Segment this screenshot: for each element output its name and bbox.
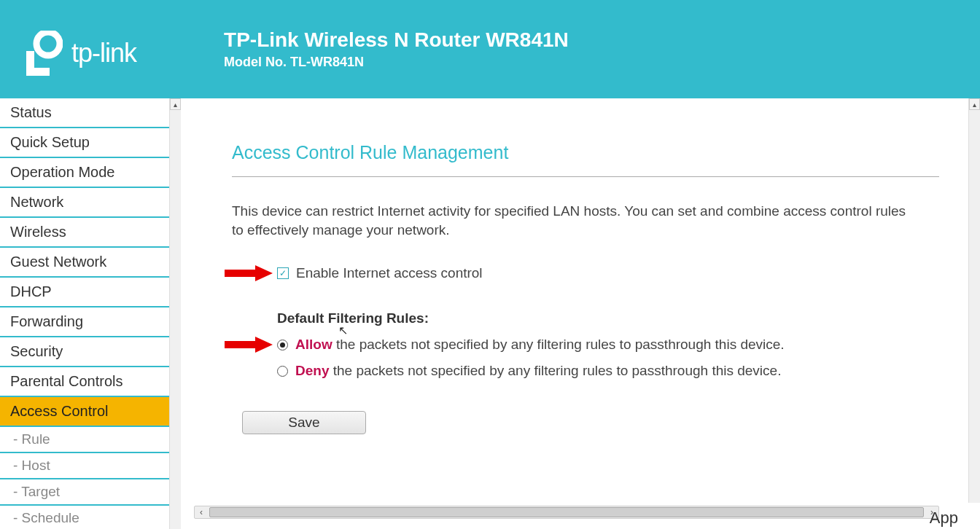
svg-marker-6: [255, 337, 273, 353]
page-description: This device can restrict Internet activi…: [232, 202, 917, 239]
sidebar-item-status[interactable]: Status: [0, 98, 169, 128]
deny-word: Deny: [295, 363, 329, 378]
sidebar-item-operation-mode[interactable]: Operation Mode: [0, 158, 169, 188]
allow-tail: the packets not specified by any filteri…: [332, 337, 785, 352]
content-vertical-scrollbar[interactable]: ▴: [968, 98, 980, 503]
scroll-up-icon[interactable]: ▴: [969, 98, 980, 110]
enable-label: Enable Internet access control: [296, 265, 483, 281]
sidebar-nav[interactable]: StatusQuick SetupOperation ModeNetworkWi…: [0, 98, 169, 529]
sidebar-subitem--target[interactable]: - Target: [0, 479, 169, 506]
content-horizontal-scrollbar[interactable]: ‹ ›: [194, 506, 939, 519]
sidebar-item-access-control[interactable]: Access Control: [0, 397, 169, 427]
svg-rect-2: [26, 68, 50, 76]
page-heading: Access Control Rule Management: [232, 142, 939, 163]
deny-radio-row[interactable]: Deny the packets not specified by any fi…: [277, 363, 939, 379]
sidebar-subitem--host[interactable]: - Host: [0, 453, 169, 479]
model-number: Model No. TL-WR841N: [224, 55, 569, 70]
save-button[interactable]: Save: [242, 411, 366, 434]
annotation-arrow-icon: [223, 335, 274, 354]
mouse-cursor-icon: ↖: [338, 324, 348, 337]
tplink-logo-icon: [22, 31, 63, 76]
sidebar-item-network[interactable]: Network: [0, 188, 169, 218]
content-pane: Access Control Rule Management This devi…: [181, 98, 968, 503]
allow-radio-row[interactable]: Allow the packets not specified by any f…: [277, 337, 939, 353]
sidebar-item-forwarding[interactable]: Forwarding: [0, 307, 169, 337]
enable-checkbox[interactable]: ✓: [277, 267, 289, 279]
filter-rules-heading: Default Filtering Rules:: [277, 310, 939, 326]
annotation-arrow-icon: [223, 264, 274, 283]
sidebar-item-quick-setup[interactable]: Quick Setup: [0, 128, 169, 158]
sidebar-item-dhcp[interactable]: DHCP: [0, 278, 169, 307]
allow-word: Allow: [295, 337, 332, 352]
product-title: TP-Link Wireless N Router WR841N: [224, 28, 569, 52]
sidebar-scrollbar[interactable]: ▴: [169, 98, 181, 529]
enable-row: ✓ Enable Internet access control: [277, 265, 939, 281]
scroll-thumb[interactable]: [209, 507, 924, 517]
sidebar-item-guest-network[interactable]: Guest Network: [0, 248, 169, 278]
header: tp-link TP-Link Wireless N Router WR841N…: [0, 0, 980, 98]
divider: [232, 176, 939, 177]
brand-text: tp-link: [71, 38, 136, 68]
scroll-left-icon[interactable]: ‹: [195, 507, 208, 517]
sidebar-subitem--schedule[interactable]: - Schedule: [0, 506, 169, 529]
sidebar-item-security[interactable]: Security: [0, 337, 169, 367]
sidebar-item-parental-controls[interactable]: Parental Controls: [0, 367, 169, 397]
svg-point-0: [36, 32, 60, 55]
sidebar-item-wireless[interactable]: Wireless: [0, 218, 169, 248]
deny-tail: the packets not specified by any filteri…: [329, 363, 781, 378]
deny-radio[interactable]: [277, 366, 288, 377]
sidebar-subitem--rule[interactable]: - Rule: [0, 427, 169, 453]
title-block: TP-Link Wireless N Router WR841N Model N…: [224, 28, 569, 70]
allow-radio[interactable]: [277, 340, 288, 350]
brand-logo: tp-link: [22, 31, 136, 76]
svg-marker-4: [255, 265, 273, 281]
footer-text: App: [930, 509, 958, 528]
scroll-up-icon[interactable]: ▴: [170, 98, 181, 110]
